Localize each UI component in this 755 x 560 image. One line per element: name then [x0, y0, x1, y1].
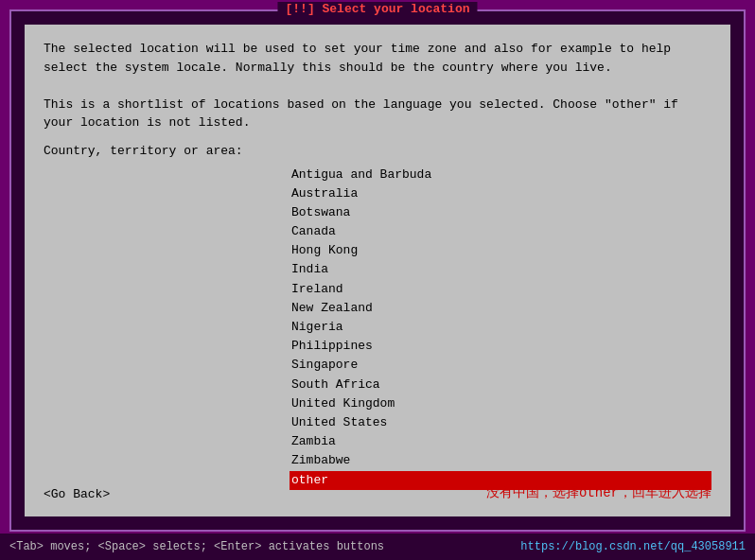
country-list-item[interactable]: Australia [290, 184, 711, 203]
country-label: Country, territory or area: [44, 144, 711, 158]
country-list-item[interactable]: South Africa [290, 376, 711, 394]
title-text: [!!] Select your location [285, 2, 469, 16]
country-list-item[interactable]: Zimbabwe [290, 451, 711, 470]
hint-text: 没有中国，选择other，回车进入选择 [486, 484, 711, 501]
dialog-content: The selected location will be used to se… [25, 25, 730, 516]
dialog-title: [!!] Select your location [277, 2, 477, 16]
country-list-item[interactable]: Canada [290, 222, 711, 241]
country-list-item[interactable]: India [290, 260, 711, 279]
country-list-item[interactable]: Zambia [290, 432, 711, 451]
country-list-item[interactable]: Ireland [290, 280, 711, 299]
status-bar: <Tab> moves; <Space> selects; <Enter> ac… [0, 534, 755, 560]
country-list-item[interactable]: Philippines [290, 337, 711, 356]
dialog-window: [!!] Select your location The selected l… [9, 9, 746, 532]
status-left: <Tab> moves; <Space> selects; <Enter> ac… [9, 540, 384, 553]
status-right: https://blog.csdn.net/qq_43058911 [520, 540, 746, 553]
country-list-item[interactable]: Hong Kong [290, 241, 711, 260]
country-list-item[interactable]: Singapore [290, 356, 711, 375]
country-list-item[interactable]: Antigua and Barbuda [290, 166, 711, 184]
country-list-item[interactable]: New Zealand [290, 299, 711, 318]
country-list-item[interactable]: Botswana [290, 203, 711, 222]
country-list-item[interactable]: Nigeria [290, 318, 711, 337]
country-list-item[interactable]: United States [290, 413, 711, 432]
country-list: Antigua and BarbudaAustraliaBotswanaCana… [290, 166, 711, 490]
description-text: The selected location will be used to se… [44, 40, 711, 132]
country-list-item[interactable]: United Kingdom [290, 394, 711, 413]
bottom-area: <Go Back> 没有中国，选择other，回车进入选择 [44, 484, 711, 501]
go-back-button[interactable]: <Go Back> [44, 487, 110, 501]
